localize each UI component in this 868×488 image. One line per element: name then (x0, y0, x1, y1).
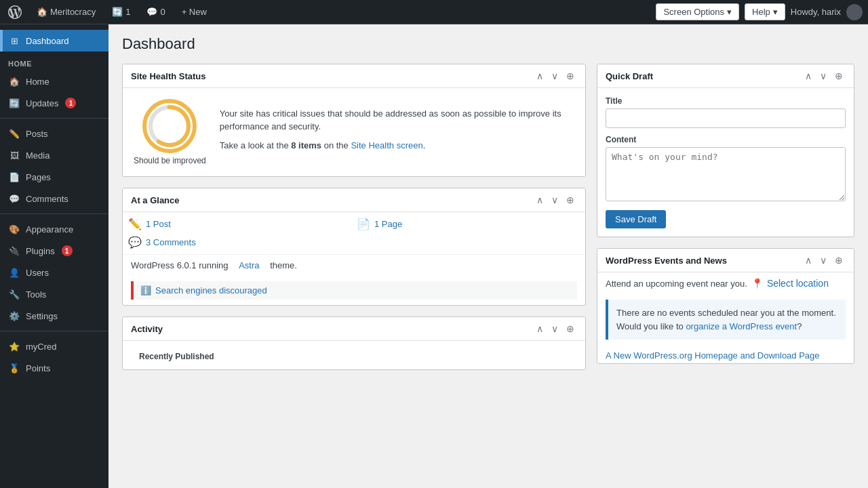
sidebar-item-comments[interactable]: 💬 Comments (0, 188, 108, 209)
at-a-glance-header[interactable]: At a Glance ∧ ∨ ⊕ (123, 188, 585, 212)
pages-count-link[interactable]: 1 Page (374, 219, 402, 229)
howdy-text: Howdy, harix (791, 7, 841, 17)
screen-options-button[interactable]: Screen Options ▾ (656, 3, 739, 20)
screen-options-arrow-icon: ▾ (727, 7, 732, 17)
health-circle (142, 99, 197, 153)
site-name-link[interactable]: 🏠 Meritocracy (33, 4, 100, 20)
wp-events-down-button[interactable]: ∨ (817, 254, 829, 266)
sidebar-home-label: Home (26, 77, 50, 87)
quick-draft-configure-button[interactable]: ⊕ (832, 70, 846, 82)
house-icon: 🏠 (37, 7, 47, 17)
news-link[interactable]: A New WordPress.org Homepage and Downloa… (606, 350, 820, 361)
page-title: Dashboard (122, 35, 854, 53)
help-label: Help (752, 7, 770, 17)
tools-icon: 🔧 (8, 288, 20, 300)
new-label: + New (182, 7, 207, 17)
site-health-header[interactable]: Site Health Status ∧ ∨ ⊕ (123, 64, 585, 88)
at-a-glance-down-button[interactable]: ∨ (549, 194, 561, 206)
sidebar-item-pages[interactable]: 📄 Pages (0, 166, 108, 188)
sidebar-item-dashboard[interactable]: ⊞ Dashboard (0, 30, 108, 52)
wp-events-up-button[interactable]: ∧ (802, 254, 814, 266)
sidebar-item-posts[interactable]: ✏️ Posts (0, 123, 108, 144)
draft-title-input[interactable] (606, 108, 846, 128)
sidebar-item-tools[interactable]: 🔧 Tools (0, 283, 108, 305)
avatar[interactable] (846, 4, 863, 20)
page-icon: 📄 (357, 218, 370, 230)
health-label: Should be improved (134, 156, 206, 165)
sidebar-item-mycred[interactable]: ⭐ myCred (0, 336, 108, 357)
mycred-icon: ⭐ (8, 340, 20, 352)
site-health-title: Site Health Status (131, 71, 206, 81)
draft-content-textarea[interactable] (606, 147, 846, 201)
sidebar-item-appearance[interactable]: 🎨 Appearance (0, 218, 108, 240)
quick-draft-header[interactable]: Quick Draft ∧ ∨ ⊕ (597, 64, 854, 88)
at-a-glance-controls: ∧ ∨ ⊕ (534, 194, 577, 206)
activity-title: Activity (131, 324, 163, 334)
settings-icon: ⚙️ (8, 310, 20, 322)
activity-up-button[interactable]: ∧ (534, 323, 546, 335)
quick-draft-up-button[interactable]: ∧ (802, 70, 814, 82)
posts-count-link[interactable]: 1 Post (146, 219, 171, 229)
wp-events-configure-button[interactable]: ⊕ (832, 254, 846, 266)
select-location-link[interactable]: Select location (767, 278, 829, 289)
pages-icon: 📄 (8, 171, 20, 183)
sidebar-media-label: Media (26, 150, 50, 161)
events-notice-suffix: ? (797, 321, 802, 331)
wp-logo-icon[interactable] (5, 3, 24, 22)
comments-count-link[interactable]: 3 Comments (146, 237, 196, 247)
quick-draft-down-button[interactable]: ∨ (817, 70, 829, 82)
search-engines-link[interactable]: Search engines discouraged (155, 285, 267, 296)
sidebar-settings-label: Settings (26, 311, 58, 321)
site-health-controls: ∧ ∨ ⊕ (534, 70, 577, 82)
sidebar-posts-label: Posts (26, 129, 48, 139)
events-intro: Attend an upcoming event near you. 📍 Sel… (597, 272, 854, 294)
activity-widget: Activity ∧ ∨ ⊕ Recently Published (122, 317, 586, 370)
sidebar-plugins-label: Plugins (26, 246, 55, 256)
sidebar-item-home[interactable]: 🏠 Home (0, 70, 108, 92)
sidebar-updates-label: Updates (26, 98, 58, 108)
help-button[interactable]: Help ▾ (745, 3, 785, 20)
sidebar-item-media[interactable]: 🖼 Media (0, 144, 108, 166)
glance-comments: 💬 3 Comments (128, 236, 351, 249)
sidebar-item-points[interactable]: 🏅 Points (0, 357, 108, 379)
new-content-button[interactable]: + New (178, 4, 211, 20)
info-icon: ℹ️ (140, 285, 151, 296)
theme-suffix: theme. (270, 260, 297, 270)
wp-events-header[interactable]: WordPress Events and News ∧ ∨ ⊕ (597, 249, 854, 272)
at-a-glance-body: ✏️ 1 Post 📄 1 Page 💬 3 Comments (123, 212, 585, 254)
comments-count: 0 (160, 7, 165, 17)
site-health-collapse-down-button[interactable]: ∨ (549, 70, 561, 82)
sidebar-comments-label: Comments (26, 194, 68, 204)
site-health-screen-link[interactable]: Site Health screen (351, 140, 422, 150)
events-intro-text: Attend an upcoming event near you. (606, 279, 747, 289)
theme-link[interactable]: Astra (239, 260, 259, 270)
admin-bar: 🏠 Meritocracy 🔄 1 💬 0 + New Screen Optio… (0, 0, 868, 24)
sidebar-users-label: Users (26, 268, 49, 278)
screen-options-label: Screen Options (663, 7, 724, 17)
right-column: Quick Draft ∧ ∨ ⊕ Title Content Save Dra… (597, 64, 854, 381)
activity-configure-button[interactable]: ⊕ (564, 323, 577, 335)
health-cta: Take a look at the 8 items on the Site H… (220, 139, 574, 152)
organize-event-link[interactable]: organize a WordPress event (686, 321, 797, 331)
sidebar-item-settings[interactable]: ⚙️ Settings (0, 305, 108, 327)
health-description-text: Your site has critical issues that shoul… (220, 107, 574, 158)
at-a-glance-up-button[interactable]: ∧ (534, 194, 546, 206)
site-name: Meritocracy (50, 7, 96, 17)
sidebar-item-users[interactable]: 👤 Users (0, 262, 108, 283)
save-draft-button[interactable]: Save Draft (606, 210, 666, 228)
sidebar-points-label: Points (26, 363, 50, 373)
sidebar-item-updates[interactable]: 🔄 Updates 1 (0, 92, 108, 114)
appearance-icon: 🎨 (8, 223, 20, 235)
updates-link[interactable]: 🔄 1 (108, 4, 134, 20)
sidebar-divider-2 (0, 214, 108, 214)
sidebar-item-plugins[interactable]: 🔌 Plugins 1 (0, 240, 108, 262)
site-health-collapse-up-button[interactable]: ∧ (534, 70, 546, 82)
comments-icon: 💬 (146, 7, 157, 17)
sidebar-dashboard-label: Dashboard (26, 36, 69, 46)
help-arrow-icon: ▾ (773, 7, 778, 17)
activity-down-button[interactable]: ∨ (549, 323, 561, 335)
activity-header[interactable]: Activity ∧ ∨ ⊕ (123, 317, 585, 341)
site-health-configure-button[interactable]: ⊕ (564, 70, 577, 82)
comments-link[interactable]: 💬 0 (142, 4, 169, 20)
at-a-glance-configure-button[interactable]: ⊕ (564, 194, 577, 206)
